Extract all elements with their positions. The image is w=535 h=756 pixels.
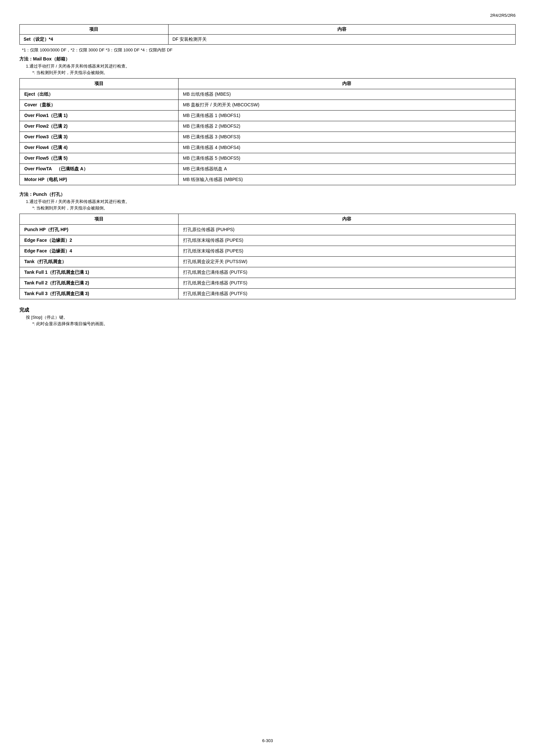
table-row: Cover（盖板） MB 盖板打开 / 关闭开关 (MBCOCSW)	[20, 100, 516, 111]
punch-row-item-4: Tank Full 1（打孔纸屑盒已满 1)	[20, 267, 179, 278]
mailbox-row-item-2: Over Flow1（已满 1)	[20, 111, 179, 121]
punch-row-item-6: Tank Full 3（打孔纸屑盒已满 3)	[20, 289, 179, 299]
punch-row-content-2: 打孔纸张末端传感器 (PUPES)	[178, 246, 515, 256]
mailbox-row-item-4: Over Flow3（已满 3)	[20, 132, 179, 143]
punch-section-note: *: 当检测到开关时，开关指示会被颠倒。	[19, 205, 516, 211]
completion-note-text: *: 此时会显示选择保养项目编号的画面。	[32, 321, 108, 326]
punch-row-content-5: 打孔纸屑盒已满传感器 (PUTFS)	[178, 278, 515, 289]
table-row: Over FlowTA （已满纸盘 A） MB 已满传感器纸盘 A	[20, 164, 516, 175]
page-header: 2R4/2R5/2R6	[19, 13, 516, 18]
mailbox-section-note: *: 当检测到开关时，开关指示会被颠倒。	[19, 70, 516, 76]
mailbox-row-content-8: MB 纸张输入传感器 (MBPES)	[178, 175, 515, 185]
punch-title-text: 方法：Punch（打孔）	[19, 192, 65, 197]
page-footer: 6-303	[19, 738, 516, 743]
table-row: Tank Full 2（打孔纸屑盒已满 2) 打孔纸屑盒已满传感器 (PUTFS…	[20, 278, 516, 289]
top-table-header-item: 项目	[20, 25, 169, 35]
top-table: 项目 内容 Set（设定）*4 DF 安装检测开关	[19, 24, 516, 44]
completion-desc-text: 按 [Stop]（停止）键。	[26, 315, 68, 320]
table-row: Over Flow3（已满 3) MB 已满传感器 3 (MBOFS3)	[20, 132, 516, 143]
top-table-item: Set（设定）*4	[20, 35, 169, 44]
mailbox-row-item-7: Over FlowTA （已满纸盘 A）	[20, 164, 179, 175]
table-row: Motor HP（电机 HP) MB 纸张输入传感器 (MBPES)	[20, 175, 516, 185]
punch-table-header-content: 内容	[178, 214, 515, 225]
table-row: Over Flow1（已满 1) MB 已满传感器 1 (MBOFS1)	[20, 111, 516, 121]
completion-section: 完成 按 [Stop]（停止）键。 *: 此时会显示选择保养项目编号的画面。	[19, 307, 516, 327]
mailbox-row-content-3: MB 已满传感器 2 (MBOFS2)	[178, 121, 515, 132]
mailbox-section-desc: 1.通过手动打开 / 关闭各开关和传感器来对其进行检查。	[19, 63, 516, 69]
mailbox-row-content-7: MB 已满传感器纸盘 A	[178, 164, 515, 175]
punch-row-content-0: 打孔原位传感器 (PUHPS)	[178, 225, 515, 235]
mailbox-row-item-8: Motor HP（电机 HP)	[20, 175, 179, 185]
mailbox-desc-text: 1.通过手动打开 / 关闭各开关和传感器来对其进行检查。	[26, 64, 130, 68]
mailbox-row-content-1: MB 盖板打开 / 关闭开关 (MBCOCSW)	[178, 100, 515, 111]
completion-title: 完成	[19, 307, 516, 313]
punch-row-item-1: Edge Face（边缘面）2	[20, 235, 179, 246]
completion-note: *: 此时会显示选择保养项目编号的画面。	[19, 321, 516, 327]
punch-row-item-3: Tank（打孔纸屑盒）	[20, 256, 179, 267]
mailbox-row-item-6: Over Flow5（已满 5)	[20, 153, 179, 164]
table-row: Set（设定）*4 DF 安装检测开关	[20, 35, 516, 44]
mailbox-row-content-4: MB 已满传感器 3 (MBOFS3)	[178, 132, 515, 143]
mailbox-row-content-6: MB 已满传感器 5 (MBOFS5)	[178, 153, 515, 164]
table-row: Over Flow4（已满 4) MB 已满传感器 4 (MBOFS4)	[20, 143, 516, 153]
punch-table-header-item: 项目	[20, 214, 179, 225]
page-header-text: 2R4/2R5/2R6	[490, 13, 516, 18]
punch-desc-text: 1.通过手动打开 / 关闭各开关和传感器来对其进行检查。	[26, 199, 130, 204]
mailbox-row-content-0: MB 出纸传感器 (MBES)	[178, 89, 515, 100]
punch-row-item-5: Tank Full 2（打孔纸屑盒已满 2)	[20, 278, 179, 289]
mailbox-row-content-5: MB 已满传感器 4 (MBOFS4)	[178, 143, 515, 153]
mailbox-note-text: *: 当检测到开关时，开关指示会被颠倒。	[32, 70, 108, 75]
mailbox-table-header-item: 项目	[20, 79, 179, 89]
top-table-content: DF 安装检测开关	[168, 35, 515, 44]
table-row: Edge Face（边缘面）4 打孔纸张末端传感器 (PUPES)	[20, 246, 516, 256]
table-row: Tank Full 3（打孔纸屑盒已满 3) 打孔纸屑盒已满传感器 (PUTFS…	[20, 289, 516, 299]
mailbox-table: 项目 内容 Eject（出纸） MB 出纸传感器 (MBES) Cover（盖板…	[19, 78, 516, 185]
punch-row-item-0: Punch HP（打孔 HP)	[20, 225, 179, 235]
mailbox-title-text: 方法：Mail Box（邮箱）	[19, 56, 70, 62]
punch-row-content-4: 打孔纸屑盒已满传感器 (PUTFS)	[178, 267, 515, 278]
table-row: Over Flow5（已满 5) MB 已满传感器 5 (MBOFS5)	[20, 153, 516, 164]
mailbox-row-item-3: Over Flow2（已满 2)	[20, 121, 179, 132]
mailbox-table-header-content: 内容	[178, 79, 515, 89]
punch-row-content-6: 打孔纸屑盒已满传感器 (PUTFS)	[178, 289, 515, 299]
punch-note-text: *: 当检测到开关时，开关指示会被颠倒。	[32, 205, 108, 210]
top-table-header-content: 内容	[168, 25, 515, 35]
completion-desc: 按 [Stop]（停止）键。	[19, 314, 516, 320]
table-row: Over Flow2（已满 2) MB 已满传感器 2 (MBOFS2)	[20, 121, 516, 132]
table-row: Tank Full 1（打孔纸屑盒已满 1) 打孔纸屑盒已满传感器 (PUTFS…	[20, 267, 516, 278]
table-row: Punch HP（打孔 HP) 打孔原位传感器 (PUHPS)	[20, 225, 516, 235]
mailbox-row-item-0: Eject（出纸）	[20, 89, 179, 100]
punch-row-item-2: Edge Face（边缘面）4	[20, 246, 179, 256]
punch-row-content-3: 打孔纸屑盒设定开关 (PUTSSW)	[178, 256, 515, 267]
punch-section-desc: 1.通过手动打开 / 关闭各开关和传感器来对其进行检查。	[19, 199, 516, 204]
footnotes: *1：仅限 1000/3000 DF，*2：仅限 3000 DF *3：仅限 1…	[19, 47, 516, 53]
punch-table: 项目 内容 Punch HP（打孔 HP) 打孔原位传感器 (PUHPS) Ed…	[19, 214, 516, 299]
mailbox-row-content-2: MB 已满传感器 1 (MBOFS1)	[178, 111, 515, 121]
punch-section-title: 方法：Punch（打孔）	[19, 192, 516, 198]
punch-row-content-1: 打孔纸张末端传感器 (PUPES)	[178, 235, 515, 246]
mailbox-row-item-5: Over Flow4（已满 4)	[20, 143, 179, 153]
completion-title-text: 完成	[19, 307, 29, 312]
table-row: Edge Face（边缘面）2 打孔纸张末端传感器 (PUPES)	[20, 235, 516, 246]
page-footer-text: 6-303	[262, 738, 273, 743]
mailbox-row-item-1: Cover（盖板）	[20, 100, 179, 111]
footnotes-text: *1：仅限 1000/3000 DF，*2：仅限 3000 DF *3：仅限 1…	[22, 47, 172, 52]
table-row: Tank（打孔纸屑盒） 打孔纸屑盒设定开关 (PUTSSW)	[20, 256, 516, 267]
table-row: Eject（出纸） MB 出纸传感器 (MBES)	[20, 89, 516, 100]
mailbox-section-title: 方法：Mail Box（邮箱）	[19, 56, 516, 62]
